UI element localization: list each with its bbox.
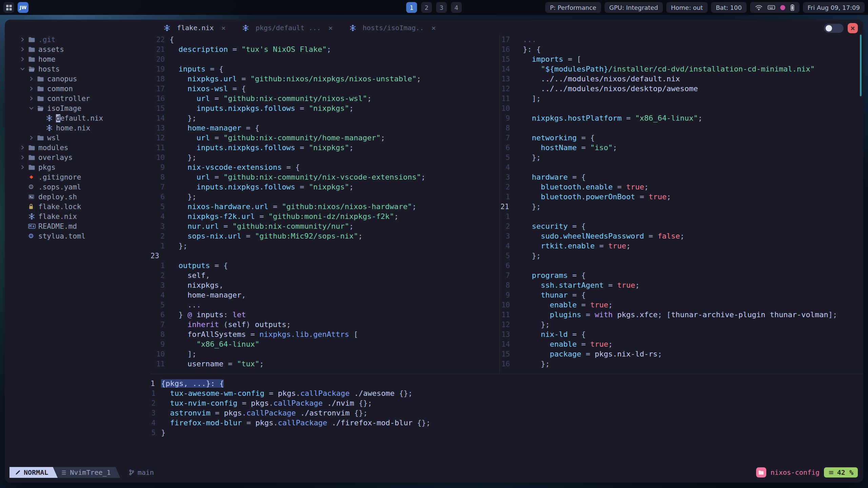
tree-item-common[interactable]: common: [5, 84, 150, 94]
tab-pkgs-default[interactable]: pkgs/default ...×: [234, 20, 341, 36]
code-line[interactable]: 7 networking = {: [500, 133, 862, 143]
tree-item-controller[interactable]: controller: [5, 94, 150, 103]
code-line[interactable]: 9 thunar = {: [500, 290, 862, 300]
window-close-button[interactable]: ×: [848, 23, 858, 33]
code-line[interactable]: 7 inherit (self) outputs;: [151, 320, 499, 329]
code-line[interactable]: 16}: {: [500, 44, 862, 54]
code-line[interactable]: 7 inputs.nixpkgs.follows = "nixpkgs";: [151, 182, 499, 192]
tree-item-hosts[interactable]: hosts: [5, 64, 150, 74]
tree-item-home-nix[interactable]: home.nix: [5, 123, 150, 133]
tree-item-stylua-toml[interactable]: ⚙stylua.toml: [5, 231, 150, 241]
code-line[interactable]: 8 ssh.startAgent = true;: [500, 280, 862, 290]
code-line[interactable]: 12 ../../modules/nixos/desktop/awesome: [500, 84, 862, 94]
tab-close-icon[interactable]: ×: [431, 24, 436, 32]
code-line[interactable]: 8: [500, 123, 862, 133]
code-line[interactable]: 9 "x86_64-linux": [151, 339, 499, 349]
tab-close-icon[interactable]: ×: [221, 24, 225, 32]
code-line[interactable]: 14 enable = true;: [500, 339, 862, 349]
code-line[interactable]: 12 };: [500, 320, 862, 329]
code-line[interactable]: 5}: [151, 428, 859, 438]
code-line[interactable]: 5 nixos-hardware.url = "github:nixos/nix…: [151, 202, 499, 211]
tree-item-sops-yaml[interactable]: ⚙.sops.yaml: [5, 182, 150, 192]
code-line[interactable]: 16 };: [500, 359, 862, 369]
tree-item-canopus[interactable]: canopus: [5, 74, 150, 84]
code-line[interactable]: 10: [500, 103, 862, 113]
editor-flake-nix[interactable]: 22{21 description = "tux's NixOS Flake";…: [151, 35, 499, 369]
code-line[interactable]: 15 imports = [: [500, 54, 862, 64]
code-line[interactable]: 1 tux-awesome-wm-config = pkgs.callPacka…: [151, 388, 859, 398]
code-line[interactable]: 10 };: [151, 152, 499, 162]
code-line[interactable]: 19 inputs = {: [151, 64, 499, 74]
code-line[interactable]: 10 ];: [151, 349, 499, 359]
toggle-switch[interactable]: [824, 24, 844, 33]
code-line[interactable]: 9 nixpkgs.hostPlatform = "x86_64-linux";: [500, 113, 862, 123]
code-line[interactable]: 17...: [500, 35, 862, 44]
code-line[interactable]: 18 nixpkgs.url = "github:nixos/nixpkgs/n…: [151, 74, 499, 84]
code-line[interactable]: 6 };: [151, 192, 499, 202]
tree-item-deploy-sh[interactable]: deploy.sh: [5, 192, 150, 202]
clock[interactable]: Fri Aug 09, 17:09: [803, 2, 865, 13]
code-line[interactable]: 6 } @ inputs: let: [151, 310, 499, 320]
code-line[interactable]: 2 security = {: [500, 221, 862, 231]
code-line[interactable]: 3 astronvim = pkgs.callPackage ./astronv…: [151, 408, 859, 418]
tree-item-home[interactable]: home: [5, 54, 150, 64]
code-line[interactable]: 8 url = "github:nix-community/nix-vscode…: [151, 172, 499, 182]
code-line[interactable]: 15 package = pkgs.nix-ld-rs;: [500, 349, 862, 359]
code-line[interactable]: 21 };: [500, 202, 862, 211]
tree-item-isoimage[interactable]: isoImage: [5, 103, 150, 113]
code-line[interactable]: 2 bluetooth.enable = true;: [500, 182, 862, 192]
code-line[interactable]: 4 nixpkgs-f2k.url = "github:moni-dz/nixp…: [151, 211, 499, 221]
tree-item-readme-md[interactable]: README.md: [5, 221, 150, 231]
tree-item-git[interactable]: .git: [5, 35, 150, 44]
workspace-button-1[interactable]: 1: [406, 2, 417, 13]
tree-item-wsl[interactable]: wsl: [5, 133, 150, 143]
tree-item-gitignore[interactable]: .gitignore: [5, 172, 150, 182]
code-line[interactable]: 3 hardware = {: [500, 172, 862, 182]
code-line[interactable]: 11 ];: [500, 94, 862, 103]
workspace-button-4[interactable]: 4: [451, 2, 462, 13]
code-line[interactable]: 6: [500, 261, 862, 270]
tab-hosts-isoimag[interactable]: hosts/isoImag..×: [341, 20, 444, 36]
code-line[interactable]: 5 };: [500, 251, 862, 261]
code-line[interactable]: 1{pkgs, ...}: {: [151, 379, 859, 388]
tree-item-flake-lock[interactable]: flake.lock: [5, 202, 150, 211]
code-line[interactable]: 21 description = "tux's NixOS Flake";: [151, 44, 499, 54]
code-line[interactable]: 9 nix-vscode-extensions = {: [151, 162, 499, 172]
code-line[interactable]: 1 bluetooth.powerOnBoot = true;: [500, 192, 862, 202]
code-line[interactable]: 4: [500, 162, 862, 172]
code-line[interactable]: 4 home-manager,: [151, 290, 499, 300]
code-line[interactable]: 22{: [151, 35, 499, 44]
tab-flake-nix[interactable]: flake.nix×: [155, 20, 234, 36]
code-line[interactable]: 3 sudo.wheelNeedsPassword = false;: [500, 231, 862, 241]
code-line[interactable]: 15 inputs.nixpkgs.follows = "nixpkgs";: [151, 103, 499, 113]
code-line[interactable]: 13 nix-ld = {: [500, 329, 862, 339]
code-line[interactable]: 1 outputs = {: [151, 261, 499, 270]
code-line[interactable]: 14 "${modulesPath}/installer/cd-dvd/inst…: [500, 64, 862, 74]
code-line[interactable]: 20: [151, 54, 499, 64]
code-line[interactable]: 5 };: [500, 152, 862, 162]
tree-item-overlays[interactable]: overlays: [5, 152, 150, 162]
code-line[interactable]: 10 enable = true;: [500, 300, 862, 310]
launcher-button[interactable]: [3, 2, 14, 13]
editor-default-nix[interactable]: 17...16}: {15 imports = [14 "${modulesPa…: [500, 35, 862, 369]
code-line[interactable]: 23: [151, 251, 499, 261]
code-line[interactable]: 6 hostName = "iso";: [500, 143, 862, 152]
code-line[interactable]: 2 sops-nix.url = "github:Mic92/sops-nix"…: [151, 231, 499, 241]
code-line[interactable]: 13 home-manager = {: [151, 123, 499, 133]
code-line[interactable]: 17 nixos-wsl = {: [151, 84, 499, 94]
code-line[interactable]: 5 ...: [151, 300, 499, 310]
code-line[interactable]: 11 plugins = with pkgs.xfce; [thunar-arc…: [500, 310, 862, 320]
tree-item-flake-nix[interactable]: flake.nix: [5, 211, 150, 221]
code-line[interactable]: 7 programs = {: [500, 270, 862, 280]
tree-item-default-nix[interactable]: default.nix: [5, 113, 150, 123]
scrollbar-thumb[interactable]: [860, 35, 862, 96]
workspace-button-2[interactable]: 2: [421, 2, 432, 13]
code-line[interactable]: 8 forAllSystems = nixpkgs.lib.genAttrs [: [151, 329, 499, 339]
pane-separator-horizontal[interactable]: [151, 374, 863, 374]
code-line[interactable]: 3 nur.url = "github:nix-community/nur";: [151, 221, 499, 231]
workspace-button-3[interactable]: 3: [436, 2, 447, 13]
code-line[interactable]: 11 inputs.nixpkgs.follows = "nixpkgs";: [151, 143, 499, 152]
code-line[interactable]: 14 };: [151, 113, 499, 123]
pane-separator-vertical[interactable]: [499, 35, 500, 374]
code-line[interactable]: 1 };: [151, 241, 499, 251]
